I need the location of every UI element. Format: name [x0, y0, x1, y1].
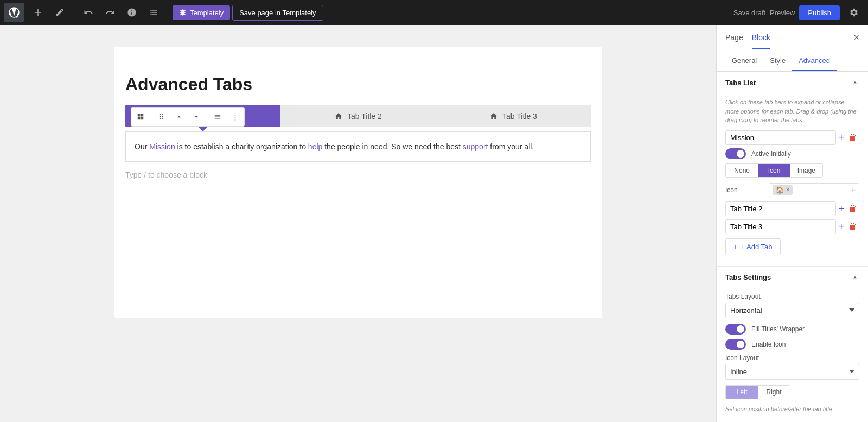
panel-tabs: Page Block	[725, 27, 853, 49]
tabs-settings-section: Tabs Settings Tabs Layout Horizontal Ver…	[717, 267, 868, 423]
icon-position-group: Left Right	[725, 385, 859, 399]
icon-pos-right-button[interactable]: Right	[758, 386, 790, 399]
publish-button[interactable]: Publish	[799, 5, 840, 20]
icon-layout-group: Icon Layout Inline Block	[725, 354, 859, 380]
icon-value: 🏠	[776, 186, 784, 194]
svg-rect-3	[138, 117, 141, 120]
active-initially-toggle[interactable]	[725, 148, 746, 159]
wp-logo	[4, 3, 24, 22]
tabs-settings-title: Tabs Settings	[725, 273, 771, 281]
icon-type-none[interactable]: None	[726, 164, 758, 177]
icon-field[interactable]: 🏠 × +	[769, 183, 859, 197]
enable-icon-label: Enable Icon	[751, 341, 786, 348]
save-draft-button[interactable]: Save draft	[733, 9, 765, 17]
add-tab-icon: +	[733, 243, 738, 251]
icon-pos-desc: Set icon position before/after the tab t…	[725, 405, 859, 414]
fill-titles-label: Fill Titles' Wrapper	[751, 325, 805, 333]
icon-add-button[interactable]: +	[851, 185, 856, 195]
tabs-list-header[interactable]: Tabs List	[717, 72, 868, 93]
save-templately-button[interactable]: Save page in Templately	[232, 5, 323, 21]
info-button[interactable]	[122, 3, 142, 22]
sub-tab-general[interactable]: General	[725, 51, 763, 71]
settings-button[interactable]	[844, 3, 864, 22]
tab-2-delete-button[interactable]: 🗑	[846, 204, 859, 213]
fill-titles-row: Fill Titles' Wrapper	[725, 324, 859, 335]
undo-button[interactable]	[79, 3, 98, 22]
icon-remove-button[interactable]: ×	[786, 187, 789, 193]
add-block-button[interactable]	[28, 3, 48, 22]
icon-type-group: None Icon Image	[725, 163, 823, 178]
tab-1-entry: + 🗑	[725, 130, 859, 145]
move-down-button[interactable]	[188, 109, 205, 125]
edit-button[interactable]	[50, 3, 69, 22]
sub-tab-advanced[interactable]: Advanced	[792, 51, 837, 71]
icon-position-buttons: Left Right	[725, 385, 790, 399]
tab-2-entry: + 🗑	[725, 201, 859, 216]
tab-3-add-button[interactable]: +	[836, 221, 846, 232]
tab-title-2[interactable]: Tab Title 2	[280, 105, 436, 127]
panel-tab-page[interactable]: Page	[725, 27, 743, 49]
sub-tab-style[interactable]: Style	[763, 51, 792, 71]
align-button[interactable]	[209, 109, 226, 125]
editor-area: ⠿ ⋮ Advanced Tabs	[0, 25, 716, 422]
list-view-button[interactable]	[144, 3, 163, 22]
block-type-button[interactable]	[132, 109, 149, 125]
active-initially-label: Active Initially	[751, 150, 791, 158]
editor-content: ⠿ ⋮ Advanced Tabs	[114, 47, 602, 318]
tab-1-add-button[interactable]: +	[836, 132, 846, 143]
svg-rect-2	[141, 114, 144, 117]
right-panel: Page Block × General Style Advanced Tabs…	[716, 25, 868, 422]
tab-2-add-button[interactable]: +	[836, 203, 846, 215]
block-toolbar: ⠿ ⋮	[131, 107, 245, 127]
tab-content: Our Mission is to establish a charity or…	[125, 131, 591, 162]
tab-3-input[interactable]	[725, 219, 836, 234]
active-initially-row: Active Initially	[725, 148, 859, 159]
top-toolbar: Templately Save page in Templately Save …	[0, 0, 868, 25]
fill-titles-toggle[interactable]	[725, 324, 746, 335]
icon-layout-label: Icon Layout	[725, 354, 859, 362]
tabs-settings-header[interactable]: Tabs Settings	[717, 267, 868, 288]
icon-tag: 🏠 ×	[773, 185, 793, 195]
move-up-button[interactable]	[171, 109, 187, 125]
redo-button[interactable]	[100, 3, 120, 22]
tab-1-delete-button[interactable]: 🗑	[846, 133, 859, 142]
add-tab-label: + Add Tab	[741, 243, 773, 251]
sub-tabs: General Style Advanced	[717, 51, 868, 72]
icon-field-row: Icon 🏠 × +	[725, 183, 859, 197]
tabs-settings-content: Tabs Layout Horizontal Vertical Fill Tit…	[717, 288, 868, 423]
panel-header: Page Block ×	[717, 25, 868, 51]
templately-button[interactable]: Templately	[173, 5, 230, 20]
type-block-hint: Type / to choose a block	[125, 162, 591, 188]
panel-tab-block[interactable]: Block	[752, 27, 770, 49]
drag-handle-button[interactable]: ⠿	[154, 109, 170, 125]
enable-icon-row: Enable Icon	[725, 339, 859, 350]
tabs-list-section: Tabs List Click on these tab bars to exp…	[717, 72, 868, 267]
tabs-layout-label: Tabs Layout	[725, 293, 859, 300]
tab-3-delete-button[interactable]: 🗑	[846, 222, 859, 231]
svg-rect-4	[141, 117, 144, 120]
tab-1-input[interactable]	[725, 130, 836, 145]
icon-field-label: Icon	[725, 186, 769, 194]
tabs-layout-group: Tabs Layout Horizontal Vertical	[725, 293, 859, 318]
main-layout: ⠿ ⋮ Advanced Tabs	[0, 25, 868, 422]
panel-close-button[interactable]: ×	[853, 32, 859, 43]
tab-2-input[interactable]	[725, 201, 836, 216]
tabs-list-title: Tabs List	[725, 79, 756, 87]
page-title: Advanced Tabs	[125, 58, 591, 95]
tab-3-entry: + 🗑	[725, 219, 859, 234]
enable-icon-toggle[interactable]	[725, 339, 746, 350]
more-options-button[interactable]: ⋮	[227, 109, 243, 125]
icon-layout-select[interactable]: Inline Block	[725, 364, 859, 380]
tabs-list-content: Click on these tab bars to expand or col…	[717, 93, 868, 266]
icon-type-image[interactable]: Image	[790, 164, 822, 177]
icon-type-icon[interactable]: Icon	[758, 164, 790, 177]
tabs-layout-select[interactable]: Horizontal Vertical	[725, 303, 859, 318]
tab-title-3[interactable]: Tab Title 3	[436, 105, 591, 127]
preview-button[interactable]: Preview	[770, 9, 795, 17]
add-tab-button[interactable]: + + Add Tab	[725, 238, 781, 255]
icon-pos-left-button[interactable]: Left	[726, 386, 758, 399]
tabs-list-desc: Click on these tab bars to expand or col…	[725, 98, 859, 125]
svg-rect-1	[138, 114, 141, 117]
